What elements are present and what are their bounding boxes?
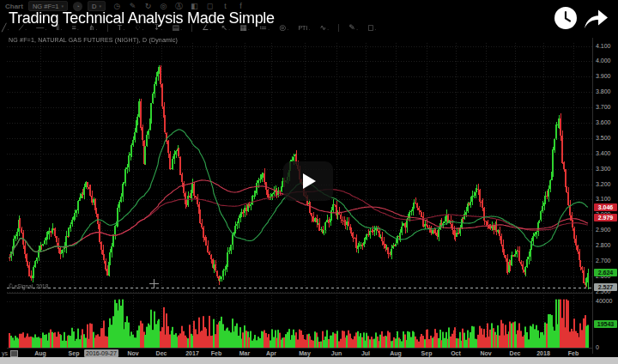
volume-tick-label: 0 <box>596 344 599 351</box>
month-label: Dec <box>156 349 167 357</box>
period-selector[interactable]: ys <box>2 349 18 357</box>
month-label: Nov <box>480 349 491 357</box>
volume-tick-label: 40000 <box>596 298 612 305</box>
period-label: ys <box>2 349 8 357</box>
price-tick-label: 3.700 <box>596 104 611 111</box>
month-label: Jun <box>331 349 342 357</box>
crosshair-icon <box>149 279 159 288</box>
time-axis[interactable]: AugSep2016-09-27NovDec2017FebMarAprMayJu… <box>0 349 592 357</box>
chevron-down-icon: ▾ <box>62 4 64 9</box>
month-label: Dec <box>510 349 521 357</box>
month-label: Oct <box>451 349 461 357</box>
price-tick-label: 3.500 <box>596 135 611 142</box>
price-badge: 2.527 <box>594 283 617 291</box>
price-badge: 3.046 <box>594 203 617 211</box>
price-tick-label: 3.900 <box>596 73 611 80</box>
price-badge: 2.979 <box>594 214 617 221</box>
price-tick-label: 3.200 <box>596 181 611 188</box>
month-label: Feb <box>568 349 579 357</box>
video-player: Chart NG #F=1 ▾ ◔ D ▾ ◷✎↻◎Ⓐ◧◻tf ╱⟋—ǁ≡⋔T♢… <box>0 0 618 364</box>
price-tick-label: 2.700 <box>596 258 611 264</box>
month-label: Nov <box>127 349 138 357</box>
month-label: Sep <box>421 349 433 357</box>
month-label: Apr <box>266 349 276 357</box>
price-tick-label: 3.600 <box>596 119 611 126</box>
video-progress-strip[interactable] <box>0 357 618 364</box>
calendar-icon <box>10 350 18 357</box>
price-tick-label: 3.400 <box>596 150 611 157</box>
note-tool-icon[interactable]: ✎ <box>348 23 358 33</box>
month-label: 2018 <box>536 349 550 357</box>
month-label: Mar <box>239 349 250 357</box>
date-marker-badge: 2016-09-27 <box>84 349 118 357</box>
chat-tool-icon[interactable]: ◻ <box>367 23 377 33</box>
month-label: Feb <box>211 349 221 357</box>
price-tick-label: 4.000 <box>596 58 611 64</box>
price-tick-label: 2.800 <box>596 242 611 249</box>
play-icon <box>303 173 316 189</box>
month-label: 2017 <box>185 349 199 357</box>
month-label: Aug <box>34 349 46 357</box>
play-button[interactable] <box>283 161 333 201</box>
ellipse-tool-icon[interactable]: ◎ <box>279 23 288 33</box>
price-axis[interactable]: 4.1004.0003.9003.8003.7003.6003.5003.400… <box>592 38 618 354</box>
symbol-description: NG #F=1, NATURAL GAS FUTURES (NIGHT), D … <box>9 37 178 43</box>
price-tick-label: 3.800 <box>596 88 611 95</box>
month-label: May <box>299 349 311 357</box>
pti-tool-icon[interactable]: PTI <box>298 24 310 33</box>
price-tick-label: 3.100 <box>596 196 611 203</box>
volume-badge: 19543 <box>594 320 617 328</box>
clock-icon <box>554 7 577 29</box>
month-label: Jul <box>361 349 370 357</box>
video-title[interactable]: Trading Technical Analysis Made Simple <box>9 9 275 27</box>
chevron-down-icon: ▾ <box>99 4 101 9</box>
share-arrow-icon <box>583 8 609 29</box>
month-label: Aug <box>390 349 402 357</box>
month-label: Sep <box>69 349 80 357</box>
wave-tool-icon[interactable]: ∿ <box>320 23 330 33</box>
esignal-watermark: © eSignal, 2018 <box>9 283 48 289</box>
watch-later-button[interactable] <box>554 7 577 29</box>
share-button[interactable] <box>583 8 609 29</box>
toolbar-divider <box>338 24 339 32</box>
price-tick-label: 3.300 <box>596 166 611 173</box>
price-tick-label: 2.900 <box>596 227 611 234</box>
price-tick-label: 4.100 <box>596 43 611 50</box>
price-badge: 2.624 <box>594 269 617 276</box>
